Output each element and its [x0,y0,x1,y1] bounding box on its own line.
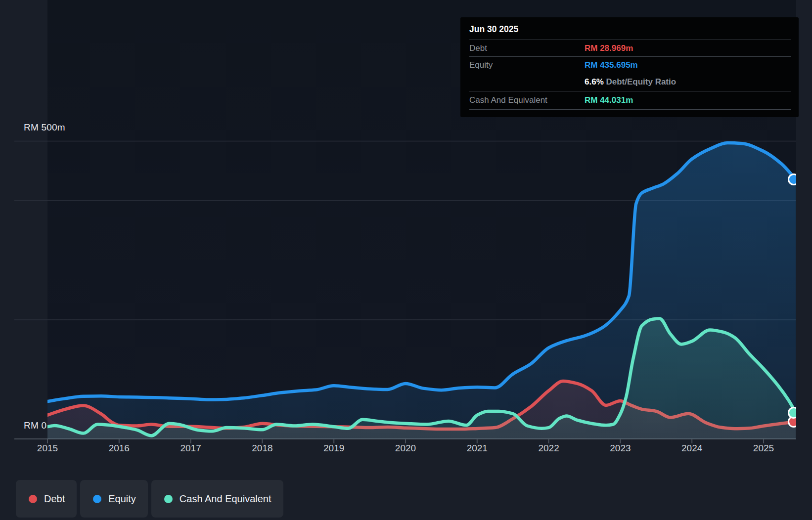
tooltip-date: Jun 30 2025 [469,24,791,35]
legend-item-cash[interactable]: Cash And Equivalent [151,480,283,518]
tooltip-cash-label: Cash And Equivalent [469,95,585,105]
x-axis-label-2016: 2016 [95,443,143,454]
tooltip-ratio-value: 6.6% Debt/Equity Ratio [585,77,676,87]
cash-series-dot-icon [164,495,173,503]
tooltip-cash-value: RM 44.031m [585,95,633,105]
tooltip-row-equity: Equity RM 435.695m [469,57,791,73]
x-axis-label-2018: 2018 [238,443,286,454]
chart-legend: Debt Equity Cash And Equivalent [16,480,283,518]
tooltip-row-ratio: 6.6% Debt/Equity Ratio [469,73,791,91]
x-axis-label-2022: 2022 [525,443,573,454]
x-axis-label-2025: 2025 [740,443,787,454]
tooltip-debt-label: Debt [469,43,585,53]
tooltip-debt-value: RM 28.969m [585,43,633,53]
x-axis-label-2017: 2017 [167,443,215,454]
y-axis-label-zero: RM 0 [24,420,46,431]
x-axis-label-2015: 2015 [24,443,71,454]
x-axis-label-2021: 2021 [453,443,501,454]
tooltip-ratio-percent: 6.6% [585,77,604,87]
legend-item-equity[interactable]: Equity [80,480,148,518]
tooltip-equity-value: RM 435.695m [585,60,638,70]
tooltip-equity-label: Equity [469,60,585,70]
legend-label-debt: Debt [44,493,65,505]
tooltip-ratio-label: Debt/Equity Ratio [604,77,676,87]
debt-series-dot-icon [29,495,37,503]
equity-series-dot-icon [93,495,101,503]
x-axis-label-2024: 2024 [668,443,716,454]
x-axis-label-2023: 2023 [596,443,644,454]
chart-tooltip: Jun 30 2025 Debt RM 28.969m Equity RM 43… [460,17,799,117]
legend-label-cash: Cash And Equivalent [180,493,271,505]
y-axis-label-max: RM 500m [24,122,65,133]
equity-endpoint-marker[interactable] [789,174,799,185]
cash-endpoint-marker[interactable] [789,407,799,418]
tooltip-row-cash: Cash And Equivalent RM 44.031m [469,91,791,109]
tooltip-row-debt: Debt RM 28.969m [469,40,791,56]
x-axis-label-2019: 2019 [310,443,358,454]
x-axis-label-2020: 2020 [382,443,429,454]
legend-item-debt[interactable]: Debt [16,480,77,518]
legend-label-equity: Equity [108,493,136,505]
tooltip-divider [469,109,791,110]
